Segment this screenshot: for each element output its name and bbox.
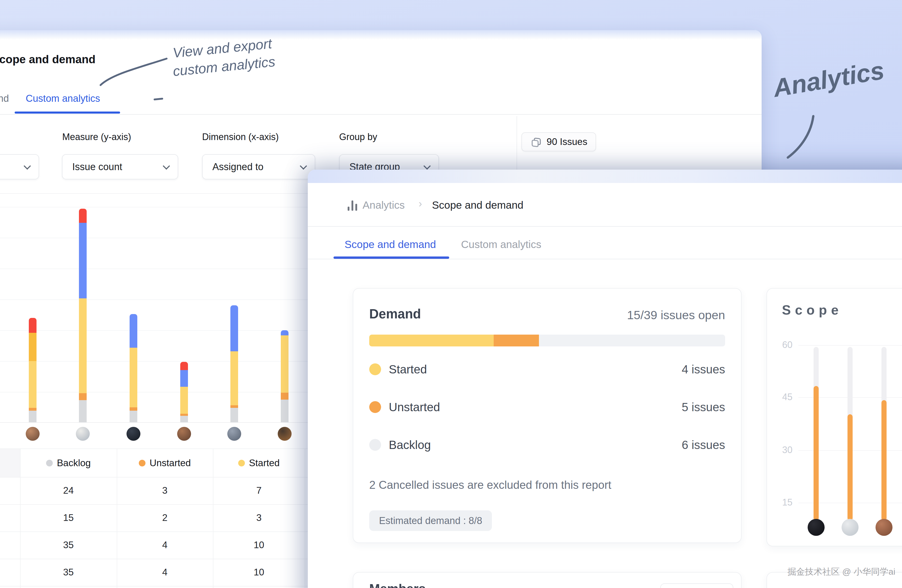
status-dot: [369, 363, 381, 375]
demand-card-title: Demand: [369, 307, 421, 322]
demand-status-row: Backlog6 issues: [369, 433, 725, 457]
breadcrumb-analytics[interactable]: Analytics: [363, 199, 405, 211]
avatar: [808, 519, 825, 536]
active-tab-underline: [334, 256, 449, 259]
tabs-divider: [308, 259, 902, 259]
partial-card-button[interactable]: [660, 583, 733, 588]
scope-axis-tick: 60: [762, 339, 792, 350]
status-count: 4 issues: [682, 362, 725, 376]
status-label: Backlog: [389, 438, 431, 452]
demand-progress-bar: [369, 335, 725, 346]
tab-custom-analytics[interactable]: Custom analytics: [461, 238, 541, 250]
status-label: Started: [389, 362, 427, 376]
progress-started-segment: [369, 335, 494, 346]
estimated-demand-badge: Estimated demand : 8/8: [369, 510, 492, 531]
status-label: Unstarted: [389, 400, 440, 414]
partial-card-title: Members: [369, 581, 426, 588]
status-dot: [369, 401, 381, 413]
foreground-window-content: Analytics › Scope and demand Scope and d…: [0, 0, 902, 588]
progress-unstarted-segment: [494, 335, 539, 346]
demand-status-row: Started4 issues: [369, 358, 725, 381]
avatar: [875, 519, 893, 536]
analytics-chart-icon: [348, 200, 359, 211]
scope-card-title: Scope: [782, 302, 842, 317]
scope-gridline: [799, 345, 902, 346]
demand-summary: 15/39 issues open: [489, 308, 725, 322]
scope-axis-tick: 30: [762, 444, 792, 455]
status-dot: [369, 439, 381, 451]
scope-axis-tick: 15: [762, 497, 792, 508]
breadcrumb-page: Scope and demand: [432, 199, 523, 211]
tab-scope-and-demand[interactable]: Scope and demand: [345, 238, 436, 250]
breadcrumb-separator-icon: ›: [419, 198, 422, 210]
status-count: 6 issues: [682, 438, 725, 452]
scope-axis-tick: 45: [762, 392, 792, 402]
avatar: [842, 519, 858, 536]
header-divider: [308, 226, 902, 227]
scope-bar-progress: [814, 386, 819, 521]
scope-bar-progress: [882, 400, 886, 521]
watermark: 掘金技术社区 @ 小华同学ai: [787, 566, 895, 578]
demand-status-row: Unstarted5 issues: [369, 395, 725, 419]
cancelled-note: 2 Cancelled issues are excluded from thi…: [369, 479, 611, 491]
page: Scope and demand Scope and demand Custom…: [0, 0, 902, 588]
status-count: 5 issues: [682, 400, 725, 414]
scope-bar-progress: [847, 414, 853, 521]
